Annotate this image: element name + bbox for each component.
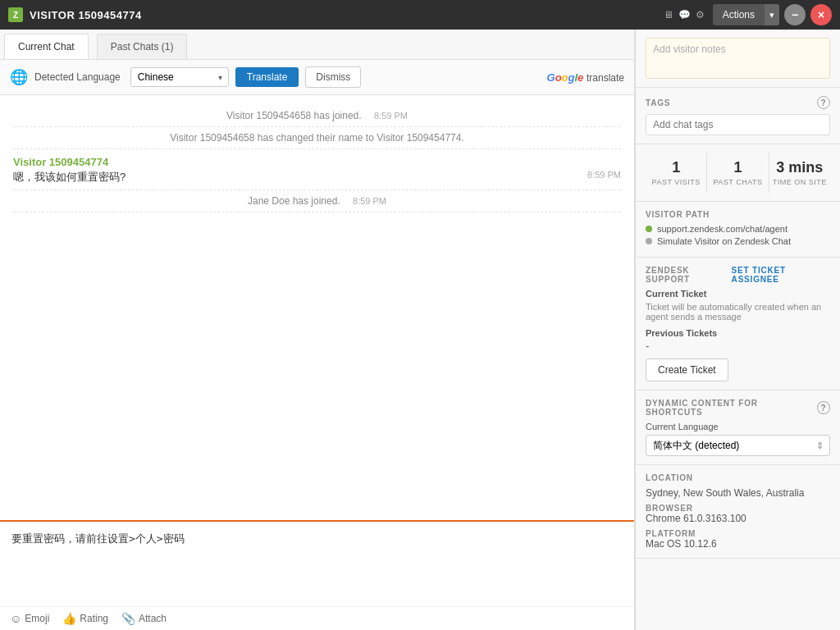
system-message-joined: Visitor 1509454658 has joined. 8:59 PM (13, 110, 621, 121)
title-bar: Z VISITOR 1509454774 🖥 💬 ⚙ Actions ▾ − × (0, 0, 840, 30)
chat-icon-small: 💬 (678, 9, 691, 21)
visitor-name: Visitor 1509454774 (13, 156, 621, 168)
chat-input[interactable]: 要重置密码，请前往设置>个人>密码 (0, 522, 634, 604)
notes-section: Add visitor notes (636, 30, 840, 88)
visitor-message-row: 嗯，我该如何重置密码? 8:59 PM (13, 170, 621, 185)
create-ticket-button[interactable]: Create Ticket (646, 358, 728, 381)
platform-label: PLATFORM (646, 529, 830, 538)
visitor-path-header: VISITOR PATH (646, 210, 830, 219)
chat-input-area: 要重置密码，请前往设置>个人>密码 ☺ Emoji 👍 Rating 📎 Att… (0, 520, 634, 630)
monitor-icon: 🖥 (664, 9, 673, 21)
chat-divider-2 (13, 148, 621, 149)
path-item-2: Simulate Visitor on Zendesk Chat (646, 236, 830, 246)
dynamic-content-help-icon[interactable]: ? (817, 401, 830, 414)
current-ticket-label: Current Ticket (646, 289, 830, 299)
emoji-icon: ☺ (10, 612, 21, 625)
actions-chevron-button[interactable]: ▾ (765, 4, 779, 25)
tab-current-chat[interactable]: Current Chat (4, 34, 89, 59)
tags-section: Tags ? (636, 88, 840, 144)
path-dot-1 (646, 226, 652, 232)
current-language-label: Current Language (646, 422, 830, 431)
google-translate-badge: Google translate (547, 71, 625, 84)
system-message-renamed: Visitor 1509454658 has changed their nam… (13, 132, 621, 144)
system-message-jane: Jane Doe has joined. 8:59 PM (13, 195, 621, 207)
past-visits-value: 1 (649, 159, 703, 176)
notes-area[interactable]: Add visitor notes (646, 38, 830, 79)
chat-area: Visitor 1509454658 has joined. 8:59 PM V… (0, 95, 634, 520)
visitor-title: VISITOR 1509454774 (30, 9, 664, 21)
detected-language-label: Detected Language (34, 71, 121, 83)
past-visits-label: PAST VISITS (649, 178, 703, 186)
current-language-select[interactable]: 简体中文 (detected) (646, 435, 830, 456)
visitor-message-time: 8:59 PM (587, 170, 621, 180)
language-select-wrapper: Chinese English Japanese Korean (130, 67, 229, 87)
past-chats-stat: 1 PAST CHATS (706, 153, 768, 193)
settings-icon: ⚙ (696, 9, 705, 21)
browser-value: Chrome 61.0.3163.100 (646, 513, 830, 524)
location-section: LOCATION Sydney, New South Wales, Austra… (636, 465, 840, 559)
past-chats-value: 1 (710, 159, 765, 176)
stats-section: 1 PAST VISITS 1 PAST CHATS 3 mins TIME O… (636, 144, 840, 202)
location-value: Sydney, New South Wales, Australia (646, 487, 830, 499)
location-header: LOCATION (646, 473, 830, 482)
attach-button[interactable]: 📎 Attach (121, 612, 167, 625)
time-on-site-stat: 3 mins TIME ON SITE (769, 153, 830, 193)
app-icon: Z (8, 7, 23, 22)
stats-row: 1 PAST VISITS 1 PAST CHATS 3 mins TIME O… (646, 153, 830, 193)
title-bar-actions: Actions ▾ − × (713, 4, 832, 25)
dismiss-button[interactable]: Dismiss (305, 66, 361, 88)
title-bar-extra-icons: 🖥 💬 ⚙ (664, 9, 705, 21)
rating-button[interactable]: 👍 Rating (62, 612, 108, 625)
previous-tickets-value: - (646, 340, 830, 352)
translate-icon: 🌐 (10, 68, 28, 86)
dynamic-content-header: DYNAMIC CONTENT FOR SHORTCUTS ? (646, 399, 830, 417)
translate-button[interactable]: Translate (235, 67, 299, 87)
time-on-site-value: 3 mins (773, 159, 827, 176)
chat-toolbar: ☺ Emoji 👍 Rating 📎 Attach (0, 606, 634, 630)
past-chats-label: PAST CHATS (710, 178, 765, 186)
chat-divider-3 (13, 189, 621, 190)
right-panel: Add visitor notes Tags ? 1 PAST VISITS 1… (635, 30, 840, 630)
zendesk-support-section: ZENDESK SUPPORT Set ticket assignee Curr… (636, 258, 840, 390)
main-layout: Current Chat Past Chats (1) 🌐 Detected L… (0, 30, 840, 630)
browser-label: BROWSER (646, 504, 830, 513)
chat-divider-4 (13, 212, 621, 212)
minimize-button[interactable]: − (784, 4, 806, 25)
tags-header: Tags ? (646, 96, 830, 109)
platform-value: Mac OS 10.12.6 (646, 538, 830, 550)
translate-bar: 🌐 Detected Language Chinese English Japa… (0, 60, 634, 95)
visitor-path-section: VISITOR PATH support.zendesk.com/chat/ag… (636, 202, 840, 258)
path-item-1: support.zendesk.com/chat/agent (646, 224, 830, 234)
tags-input[interactable] (646, 114, 830, 135)
path-dot-2 (646, 238, 652, 244)
tags-help-icon[interactable]: ? (817, 96, 830, 109)
google-translate-label: translate (587, 72, 624, 84)
zendesk-support-header: ZENDESK SUPPORT Set ticket assignee (646, 266, 830, 284)
time-on-site-label: TIME ON SITE (773, 178, 827, 186)
left-panel: Current Chat Past Chats (1) 🌐 Detected L… (0, 30, 635, 630)
past-visits-stat: 1 PAST VISITS (646, 153, 706, 193)
previous-tickets-label: Previous Tickets (646, 328, 830, 338)
current-ticket-desc: Ticket will be automatically created whe… (646, 302, 830, 322)
rating-icon: 👍 (62, 612, 76, 625)
attach-icon: 📎 (121, 612, 135, 625)
emoji-button[interactable]: ☺ Emoji (10, 612, 49, 625)
close-button[interactable]: × (810, 4, 832, 25)
dynamic-content-section: DYNAMIC CONTENT FOR SHORTCUTS ? Current … (636, 390, 840, 465)
chat-divider-1 (13, 126, 621, 127)
language-dropdown-wrapper: 简体中文 (detected) (646, 435, 830, 456)
language-select[interactable]: Chinese English Japanese Korean (130, 67, 229, 87)
set-assignee-link[interactable]: Set ticket assignee (732, 266, 830, 284)
actions-button[interactable]: Actions (713, 4, 765, 25)
tabs: Current Chat Past Chats (1) (0, 30, 634, 60)
tab-past-chats[interactable]: Past Chats (1) (97, 34, 188, 59)
visitor-message: 嗯，我该如何重置密码? (13, 170, 126, 185)
